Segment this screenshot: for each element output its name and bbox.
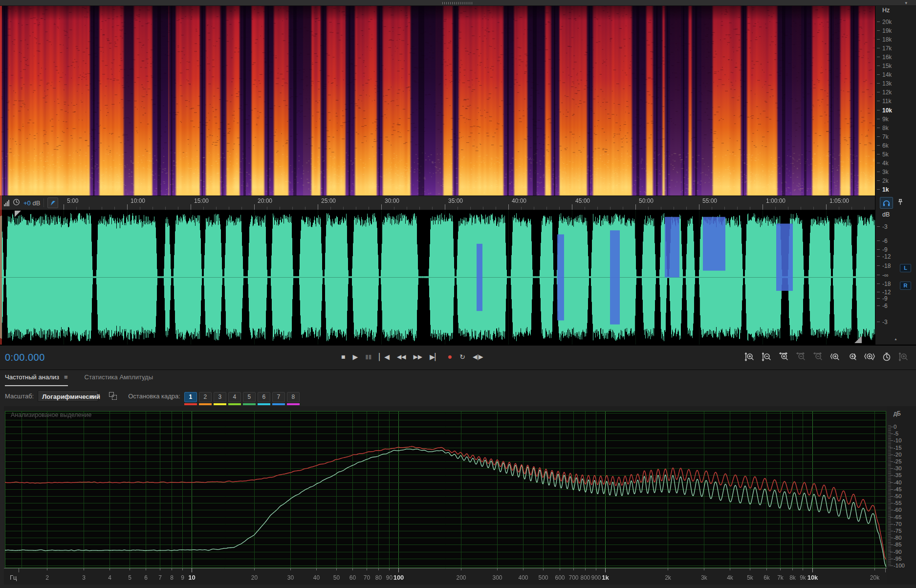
freq-scale-label: 2k xyxy=(882,178,889,184)
panel-title-bar: ▾ xyxy=(0,0,916,6)
freeze-button-1[interactable]: 1 xyxy=(184,392,197,402)
waveform-db-scale[interactable]: dB -3-6-9-12-18-∞-18-12-9-6-3 L R ▲ xyxy=(875,210,916,345)
db-scale-label: -12 xyxy=(882,289,891,295)
pause-button[interactable]: ▮▮ xyxy=(365,351,371,363)
playhead[interactable] xyxy=(0,6,1,345)
zoom-full-button[interactable] xyxy=(898,351,909,363)
clock-icon[interactable] xyxy=(13,198,20,208)
zoom-to-in-point-button[interactable] xyxy=(830,351,841,363)
timer-record-button[interactable] xyxy=(881,351,892,363)
rewind-button[interactable]: ◀◀ xyxy=(397,351,406,363)
freeze-button-8[interactable]: 8 xyxy=(287,392,300,402)
play-button[interactable]: ▶ xyxy=(352,351,358,363)
freq-scale-label: 9k xyxy=(882,116,889,122)
zoom-in-vertical-button[interactable] xyxy=(744,351,755,363)
freq-scale-label: 20k xyxy=(882,19,892,25)
freeze-button-3[interactable]: 3 xyxy=(214,392,226,402)
zoom-in-horizontal-button[interactable] xyxy=(779,351,789,363)
ruler-corner-controls xyxy=(875,196,916,210)
frequency-plot[interactable]: Анализированое выделение xyxy=(4,406,887,585)
zoom-to-out-point-button[interactable] xyxy=(847,351,858,363)
skip-selection-button[interactable]: ◀|▶ xyxy=(473,351,483,363)
frequency-scale-unit: Hz xyxy=(882,7,890,14)
channel-badge-left[interactable]: L xyxy=(900,264,911,272)
db-scale-label: -12 xyxy=(882,254,891,260)
selection-handle-bottom-right[interactable] xyxy=(854,336,862,343)
plot-db-label: -60 xyxy=(894,507,902,513)
plot-db-label: -5 xyxy=(894,431,898,437)
freeze-color-bar xyxy=(287,403,300,405)
freeze-button-7[interactable]: 7 xyxy=(272,392,285,402)
fast-forward-button[interactable]: ▶▶ xyxy=(413,351,422,363)
go-to-start-button[interactable]: ▏◀ xyxy=(379,351,390,363)
spectrogram-view[interactable] xyxy=(0,6,875,196)
transport-bar: 0:00.000 ■ ▶ ▮▮ ▏◀ ◀◀ ▶▶ ▶▏ ● ↻ ◀|▶ xyxy=(0,345,916,370)
freeze-buttons: 12345678 xyxy=(184,392,300,405)
freeze-button-4[interactable]: 4 xyxy=(228,392,241,402)
audition-window: ▾ Hz 20k19k18k17k16k15k14k13k12k11k10k9k… xyxy=(0,0,916,588)
selection-handle-top-left[interactable] xyxy=(15,211,21,217)
freq-scale-label: 5k xyxy=(882,152,889,157)
stop-button[interactable]: ■ xyxy=(341,351,345,363)
time-display[interactable]: 0:00.000 xyxy=(5,352,45,363)
plot-db-label: -30 xyxy=(894,466,902,472)
plot-db-label: -75 xyxy=(894,528,902,534)
timeline-ruler[interactable]: +0 dB xyxy=(0,196,875,210)
freq-scale-label: 6k xyxy=(882,143,889,149)
freeze-button-6[interactable]: 6 xyxy=(258,392,270,402)
freq-scale-label: 18k xyxy=(882,37,892,43)
freq-scale-label: 10k xyxy=(882,108,892,113)
freeze-label: Остановка кадра: xyxy=(128,392,180,400)
divider xyxy=(44,198,44,207)
frequency-plot-db-scale[interactable]: дБ 0-5-10-15-20-25-30-35-40-45-50-55-60-… xyxy=(887,406,916,585)
freeze-color-bar xyxy=(243,403,256,405)
freeze-color-bar xyxy=(272,403,285,405)
freq-scale-label: 19k xyxy=(882,28,892,34)
scroll-up-icon[interactable]: ▲ xyxy=(894,337,897,341)
freq-scale-label: 15k xyxy=(882,63,892,69)
freeze-color-bar xyxy=(228,403,241,405)
scale-label: Масштаб: xyxy=(5,392,34,400)
freq-scale-label: 12k xyxy=(882,89,892,95)
zoom-out-horizontal-button[interactable] xyxy=(796,351,807,363)
frequency-analysis-panel: Частотный анализ ≡ Статистика Амплитуды … xyxy=(0,370,916,588)
level-meter-icon[interactable] xyxy=(4,199,9,206)
plot-db-label: -100 xyxy=(894,563,905,569)
spectrogram-frequency-scale[interactable]: Hz 20k19k18k17k16k15k14k13k12k11k10k9k8k… xyxy=(875,6,916,196)
plot-db-label: -15 xyxy=(894,445,902,451)
plot-db-label: -80 xyxy=(894,535,902,541)
monitor-button[interactable] xyxy=(880,197,893,209)
go-to-end-button[interactable]: ▶▏ xyxy=(430,351,440,363)
gain-readout[interactable]: +0 dB xyxy=(23,199,40,207)
zoom-reset-button[interactable] xyxy=(813,351,824,363)
db-scale-label: -6 xyxy=(882,238,888,244)
tab-frequency-analysis[interactable]: Частотный анализ ≡ xyxy=(5,373,68,386)
tab-amplitude-statistics[interactable]: Статистика Амплитуды xyxy=(85,373,153,386)
pin-toggle-button[interactable] xyxy=(47,197,58,208)
analyzed-selection-label: Анализированое выделение xyxy=(11,412,91,418)
zoom-out-vertical-button[interactable] xyxy=(762,351,772,363)
freeze-button-2[interactable]: 2 xyxy=(199,392,212,402)
analysis-controls: Масштаб: Логарифмический Остановка кадра… xyxy=(0,386,916,406)
freeze-color-bar xyxy=(199,403,212,405)
freeze-color-bar xyxy=(184,403,197,405)
freeze-button-5[interactable]: 5 xyxy=(243,392,256,402)
plot-db-label: -10 xyxy=(894,438,902,444)
pushpin-icon[interactable] xyxy=(897,198,904,208)
plot-db-label: -25 xyxy=(894,459,902,465)
freq-scale-label: 17k xyxy=(882,45,892,51)
plot-db-label: -85 xyxy=(894,542,902,548)
waveform-view[interactable] xyxy=(0,210,875,345)
loop-playback-button[interactable]: ↻ xyxy=(459,351,465,363)
panel-menu-icon[interactable]: ≡ xyxy=(64,373,68,381)
channel-badge-right[interactable]: R xyxy=(900,282,911,290)
record-button[interactable]: ● xyxy=(448,351,453,363)
ruler-left-controls: +0 dB xyxy=(0,196,62,210)
panel-tabs: Частотный анализ ≡ Статистика Амплитуды xyxy=(0,370,916,386)
panel-menu-caret-icon[interactable]: ▾ xyxy=(905,0,907,6)
zoom-to-selection-button[interactable] xyxy=(864,351,875,363)
panel-drag-handle[interactable] xyxy=(442,2,474,4)
scale-select[interactable]: Логарифмический xyxy=(38,391,98,402)
copy-snapshot-icon[interactable] xyxy=(109,392,117,400)
freq-scale-label: 1k xyxy=(882,187,889,193)
